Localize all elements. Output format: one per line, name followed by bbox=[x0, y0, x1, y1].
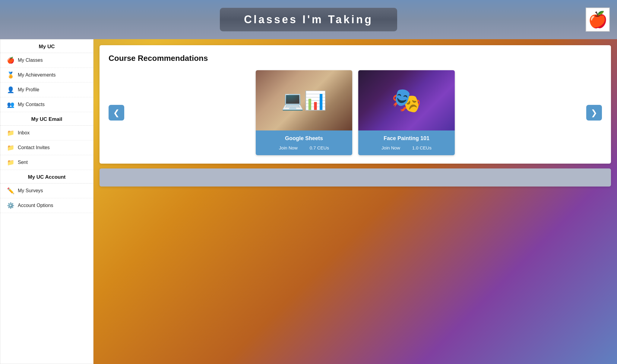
course-cards: Google Sheets Join Now 0.7 CEUs Face Pai… bbox=[129, 70, 581, 155]
folder-icon: 📁 bbox=[6, 129, 15, 136]
ceus-google-sheets: 0.7 CEUs bbox=[310, 145, 329, 150]
sidebar-item-contact-invites[interactable]: 📁 Contact Invites bbox=[0, 140, 93, 155]
sidebar-item-inbox[interactable]: 📁 Inbox bbox=[0, 126, 93, 140]
main-content: Course Recommendations ❮ Google Sheets J… bbox=[93, 39, 617, 364]
folder-icon: 📁 bbox=[6, 159, 15, 166]
sidebar-section-email: My UC Email bbox=[0, 112, 93, 126]
folder-icon: 📁 bbox=[6, 144, 15, 151]
sidebar-label-contact-invites: Contact Invites bbox=[18, 145, 50, 150]
sidebar-section-account: My UC Account bbox=[0, 170, 93, 184]
course-actions-face-painting: Join Now 1.0 CEUs bbox=[364, 145, 449, 150]
sidebar-item-my-achievements[interactable]: 🏅 My Achievements bbox=[0, 68, 93, 83]
gear-icon: ⚙️ bbox=[6, 202, 15, 209]
sidebar-label-my-profile: My Profile bbox=[18, 87, 39, 93]
ceus-face-painting: 1.0 CEUs bbox=[412, 145, 432, 150]
course-name-face-painting: Face Painting 101 bbox=[364, 135, 449, 142]
course-image-face-painting bbox=[358, 70, 455, 130]
apple-icon: 🍎 bbox=[588, 11, 608, 29]
course-card-body-face-painting: Face Painting 101 Join Now 1.0 CEUs bbox=[358, 130, 455, 155]
course-card-body-google-sheets: Google Sheets Join Now 0.7 CEUs bbox=[256, 130, 352, 155]
sidebar-label-sent: Sent bbox=[18, 160, 28, 165]
course-actions-google-sheets: Join Now 0.7 CEUs bbox=[262, 145, 346, 150]
sidebar-item-my-surveys[interactable]: ✏️ My Surveys bbox=[0, 184, 93, 198]
sidebar-label-my-classes: My Classes bbox=[18, 58, 43, 63]
pencil-icon: ✏️ bbox=[6, 187, 15, 194]
contacts-icon: 👥 bbox=[6, 101, 15, 108]
recommendations-title: Course Recommendations bbox=[109, 54, 602, 63]
sidebar-item-my-contacts[interactable]: 👥 My Contacts bbox=[0, 97, 93, 112]
sidebar-label-my-contacts: My Contacts bbox=[18, 102, 45, 107]
main-layout: My UC 🍎 My Classes 🏅 My Achievements 👤 M… bbox=[0, 39, 617, 364]
sidebar-item-my-classes[interactable]: 🍎 My Classes bbox=[0, 53, 93, 68]
sidebar-item-my-profile[interactable]: 👤 My Profile bbox=[0, 83, 93, 97]
sidebar: My UC 🍎 My Classes 🏅 My Achievements 👤 M… bbox=[0, 39, 93, 364]
join-now-google-sheets[interactable]: Join Now bbox=[279, 145, 298, 150]
apple-logo: 🍎 bbox=[586, 8, 610, 32]
apple-icon: 🍎 bbox=[6, 57, 15, 64]
course-card-face-painting: Face Painting 101 Join Now 1.0 CEUs bbox=[358, 70, 455, 155]
join-now-face-painting[interactable]: Join Now bbox=[381, 145, 400, 150]
sidebar-section-my-uc: My UC bbox=[0, 39, 93, 53]
recommendations-card: Course Recommendations ❮ Google Sheets J… bbox=[100, 45, 611, 164]
header-title-box: Classes I'm Taking bbox=[220, 8, 397, 31]
page-title: Classes I'm Taking bbox=[244, 13, 373, 26]
sidebar-label-inbox: Inbox bbox=[18, 130, 30, 136]
sidebar-label-my-surveys: My Surveys bbox=[18, 188, 43, 193]
carousel-container: ❮ Google Sheets Join Now 0.7 CEUs bbox=[109, 70, 602, 155]
course-name-google-sheets: Google Sheets bbox=[262, 135, 346, 142]
sidebar-label-account-options: Account Options bbox=[18, 203, 53, 208]
next-button[interactable]: ❯ bbox=[586, 105, 602, 121]
course-image-google-sheets bbox=[256, 70, 352, 130]
sidebar-label-my-achievements: My Achievements bbox=[18, 72, 55, 78]
course-card-google-sheets: Google Sheets Join Now 0.7 CEUs bbox=[256, 70, 352, 155]
sidebar-item-account-options[interactable]: ⚙️ Account Options bbox=[0, 198, 93, 213]
person-icon: 👤 bbox=[6, 86, 15, 93]
bottom-section bbox=[100, 168, 611, 187]
sidebar-item-sent[interactable]: 📁 Sent bbox=[0, 155, 93, 170]
prev-button[interactable]: ❮ bbox=[109, 105, 124, 121]
header: Classes I'm Taking 🍎 bbox=[0, 0, 617, 39]
trophy-icon: 🏅 bbox=[6, 71, 15, 79]
